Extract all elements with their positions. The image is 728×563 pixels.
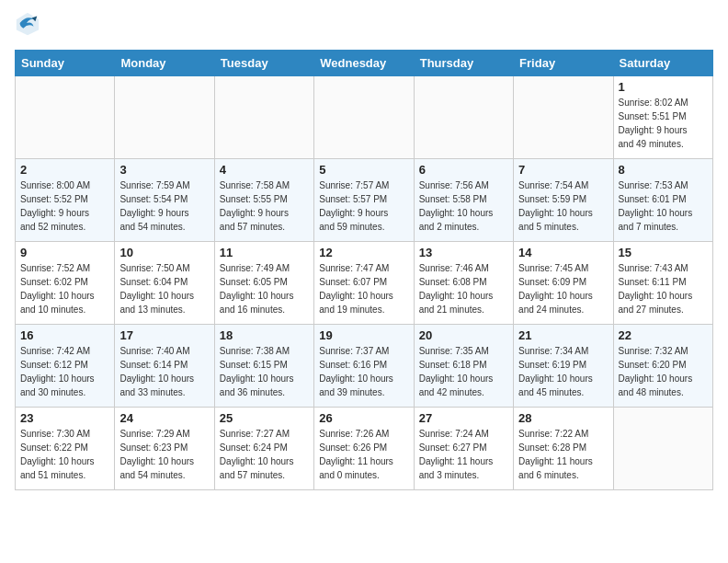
day-number: 24 (119, 411, 209, 425)
day-info: Sunrise: 7:47 AM Sunset: 6:07 PM Dayligh… (319, 261, 408, 316)
logo-icon (15, 11, 40, 37)
day-number: 14 (518, 246, 608, 259)
day-info: Sunrise: 7:49 AM Sunset: 6:05 PM Dayligh… (220, 261, 309, 316)
day-number: 6 (419, 163, 508, 177)
calendar-cell (16, 76, 115, 159)
day-number: 13 (419, 246, 508, 259)
day-info: Sunrise: 8:00 AM Sunset: 5:52 PM Dayligh… (20, 178, 109, 234)
day-info: Sunrise: 7:53 AM Sunset: 6:01 PM Dayligh… (619, 178, 708, 234)
day-number: 27 (419, 411, 508, 425)
day-number: 7 (518, 163, 608, 177)
day-info: Sunrise: 7:38 AM Sunset: 6:15 PM Dayligh… (220, 344, 309, 399)
weekday-header: Saturday (613, 51, 712, 76)
calendar-cell (214, 76, 313, 159)
day-number: 8 (619, 163, 708, 177)
day-info: Sunrise: 7:22 AM Sunset: 6:28 PM Dayligh… (518, 427, 608, 482)
calendar-cell: 19Sunrise: 7:37 AM Sunset: 6:16 PM Dayli… (314, 325, 414, 408)
day-info: Sunrise: 7:24 AM Sunset: 6:27 PM Dayligh… (419, 427, 508, 482)
day-info: Sunrise: 7:34 AM Sunset: 6:19 PM Dayligh… (518, 344, 608, 399)
calendar-cell: 27Sunrise: 7:24 AM Sunset: 6:27 PM Dayli… (414, 408, 513, 490)
calendar-week-row: 9Sunrise: 7:52 AM Sunset: 6:02 PM Daylig… (16, 242, 713, 325)
calendar-week-row: 23Sunrise: 7:30 AM Sunset: 6:22 PM Dayli… (16, 408, 713, 490)
day-info: Sunrise: 7:29 AM Sunset: 6:23 PM Dayligh… (119, 427, 209, 482)
day-info: Sunrise: 7:26 AM Sunset: 6:26 PM Dayligh… (319, 427, 408, 482)
day-number: 16 (20, 328, 109, 342)
day-number: 28 (518, 411, 608, 425)
day-info: Sunrise: 7:35 AM Sunset: 6:18 PM Dayligh… (419, 344, 508, 399)
day-info: Sunrise: 7:30 AM Sunset: 6:22 PM Dayligh… (20, 427, 109, 482)
day-number: 18 (220, 328, 309, 342)
calendar-cell: 28Sunrise: 7:22 AM Sunset: 6:28 PM Dayli… (514, 408, 613, 490)
calendar-cell: 12Sunrise: 7:47 AM Sunset: 6:07 PM Dayli… (314, 242, 414, 325)
weekday-header: Wednesday (314, 51, 414, 76)
calendar-cell: 21Sunrise: 7:34 AM Sunset: 6:19 PM Dayli… (514, 325, 613, 408)
day-info: Sunrise: 7:46 AM Sunset: 6:08 PM Dayligh… (419, 261, 508, 316)
day-number: 3 (119, 163, 209, 177)
calendar-cell: 9Sunrise: 7:52 AM Sunset: 6:02 PM Daylig… (16, 242, 115, 325)
calendar-cell: 2Sunrise: 8:00 AM Sunset: 5:52 PM Daylig… (16, 159, 115, 242)
day-info: Sunrise: 7:59 AM Sunset: 5:54 PM Dayligh… (119, 178, 209, 234)
day-number: 17 (119, 328, 209, 342)
calendar-cell: 23Sunrise: 7:30 AM Sunset: 6:22 PM Dayli… (16, 408, 115, 490)
calendar-header-row: SundayMondayTuesdayWednesdayThursdayFrid… (16, 51, 713, 76)
calendar-week-row: 16Sunrise: 7:42 AM Sunset: 6:12 PM Dayli… (16, 325, 713, 408)
calendar-cell: 20Sunrise: 7:35 AM Sunset: 6:18 PM Dayli… (414, 325, 513, 408)
day-number: 19 (319, 328, 408, 342)
calendar-cell: 6Sunrise: 7:56 AM Sunset: 5:58 PM Daylig… (414, 159, 513, 242)
weekday-header: Sunday (16, 51, 115, 76)
calendar-cell: 7Sunrise: 7:54 AM Sunset: 5:59 PM Daylig… (514, 159, 613, 242)
calendar-cell (613, 408, 712, 490)
day-number: 15 (619, 246, 708, 259)
calendar-cell (414, 76, 513, 159)
day-number: 26 (319, 411, 408, 425)
weekday-header: Tuesday (214, 51, 313, 76)
calendar: SundayMondayTuesdayWednesdayThursdayFrid… (15, 50, 713, 490)
calendar-cell: 5Sunrise: 7:57 AM Sunset: 5:57 PM Daylig… (314, 159, 414, 242)
calendar-cell: 15Sunrise: 7:43 AM Sunset: 6:11 PM Dayli… (613, 242, 712, 325)
day-number: 5 (319, 163, 408, 177)
calendar-cell: 17Sunrise: 7:40 AM Sunset: 6:14 PM Dayli… (115, 325, 214, 408)
calendar-cell: 26Sunrise: 7:26 AM Sunset: 6:26 PM Dayli… (314, 408, 414, 490)
calendar-cell: 10Sunrise: 7:50 AM Sunset: 6:04 PM Dayli… (115, 242, 214, 325)
calendar-cell: 18Sunrise: 7:38 AM Sunset: 6:15 PM Dayli… (214, 325, 313, 408)
calendar-cell: 16Sunrise: 7:42 AM Sunset: 6:12 PM Dayli… (16, 325, 115, 408)
day-number: 1 (619, 80, 708, 94)
calendar-week-row: 1Sunrise: 8:02 AM Sunset: 5:51 PM Daylig… (16, 76, 713, 159)
day-info: Sunrise: 8:02 AM Sunset: 5:51 PM Dayligh… (619, 96, 708, 151)
calendar-cell: 25Sunrise: 7:27 AM Sunset: 6:24 PM Dayli… (214, 408, 313, 490)
day-number: 10 (119, 246, 209, 259)
page-header (15, 15, 713, 40)
day-number: 25 (220, 411, 309, 425)
day-info: Sunrise: 7:50 AM Sunset: 6:04 PM Dayligh… (119, 261, 209, 316)
day-number: 23 (20, 411, 109, 425)
day-info: Sunrise: 7:54 AM Sunset: 5:59 PM Dayligh… (518, 178, 608, 234)
calendar-cell: 3Sunrise: 7:59 AM Sunset: 5:54 PM Daylig… (115, 159, 214, 242)
day-info: Sunrise: 7:32 AM Sunset: 6:20 PM Dayligh… (619, 344, 708, 399)
day-number: 2 (20, 163, 109, 177)
day-info: Sunrise: 7:58 AM Sunset: 5:55 PM Dayligh… (220, 178, 309, 234)
day-number: 22 (619, 328, 708, 342)
calendar-cell: 11Sunrise: 7:49 AM Sunset: 6:05 PM Dayli… (214, 242, 313, 325)
day-info: Sunrise: 7:27 AM Sunset: 6:24 PM Dayligh… (220, 427, 309, 482)
weekday-header: Friday (514, 51, 613, 76)
day-number: 9 (20, 246, 109, 259)
weekday-header: Thursday (414, 51, 513, 76)
calendar-cell: 14Sunrise: 7:45 AM Sunset: 6:09 PM Dayli… (514, 242, 613, 325)
weekday-header: Monday (115, 51, 214, 76)
day-number: 4 (220, 163, 309, 177)
logo (15, 15, 42, 40)
day-info: Sunrise: 7:52 AM Sunset: 6:02 PM Dayligh… (20, 261, 109, 316)
day-info: Sunrise: 7:43 AM Sunset: 6:11 PM Dayligh… (619, 261, 708, 316)
day-number: 20 (419, 328, 508, 342)
calendar-cell: 4Sunrise: 7:58 AM Sunset: 5:55 PM Daylig… (214, 159, 313, 242)
calendar-cell: 8Sunrise: 7:53 AM Sunset: 6:01 PM Daylig… (613, 159, 712, 242)
day-info: Sunrise: 7:57 AM Sunset: 5:57 PM Dayligh… (319, 178, 408, 234)
day-number: 21 (518, 328, 608, 342)
calendar-cell: 24Sunrise: 7:29 AM Sunset: 6:23 PM Dayli… (115, 408, 214, 490)
calendar-cell: 13Sunrise: 7:46 AM Sunset: 6:08 PM Dayli… (414, 242, 513, 325)
calendar-cell (314, 76, 414, 159)
day-number: 12 (319, 246, 408, 259)
day-info: Sunrise: 7:37 AM Sunset: 6:16 PM Dayligh… (319, 344, 408, 399)
calendar-cell (115, 76, 214, 159)
calendar-cell: 1Sunrise: 8:02 AM Sunset: 5:51 PM Daylig… (613, 76, 712, 159)
